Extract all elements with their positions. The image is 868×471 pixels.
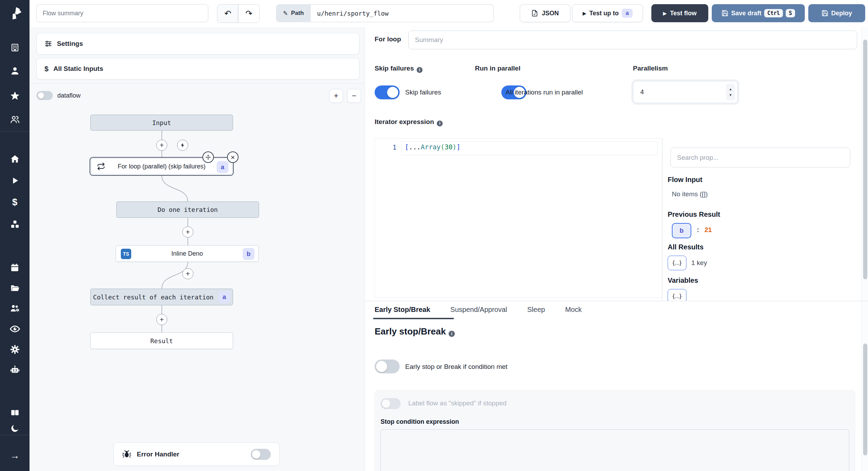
delete-node-button[interactable]: × xyxy=(227,151,239,163)
resources-boxes-icon[interactable] xyxy=(0,217,30,232)
object-icon: {...} xyxy=(673,293,682,300)
node-label: Do one iteration xyxy=(158,206,218,213)
undo-redo-group: ↶ ↷ xyxy=(217,4,260,23)
graph-node-input[interactable]: Input xyxy=(90,115,233,131)
windmill-logo-icon[interactable] xyxy=(0,6,30,21)
folders-icon[interactable] xyxy=(0,280,30,296)
user-icon[interactable] xyxy=(0,63,30,78)
redo-button[interactable]: ↷ xyxy=(238,5,259,23)
json-file-icon xyxy=(531,10,538,17)
info-icon[interactable]: i xyxy=(417,67,423,73)
tab-early-stop-break[interactable]: Early Stop/Break xyxy=(375,306,430,314)
favorites-star-icon[interactable] xyxy=(0,88,30,104)
home-icon[interactable] xyxy=(0,151,30,167)
summary-input[interactable] xyxy=(408,31,857,49)
test-flow-button[interactable]: ▶ Test flow xyxy=(651,4,708,22)
info-icon[interactable]: i xyxy=(437,121,443,126)
test-up-to-step-badge: a xyxy=(622,9,633,18)
active-tab-underline xyxy=(373,318,454,319)
graph-node-inline-deno[interactable]: TS Inline Deno b xyxy=(116,245,259,262)
variables-object-chip[interactable]: {...} xyxy=(668,289,686,301)
error-handler-card[interactable]: Error Handler xyxy=(114,443,279,466)
label-skipped-toggle[interactable] xyxy=(381,398,401,409)
scrollbar-track[interactable] xyxy=(861,301,868,471)
json-button[interactable]: JSON xyxy=(520,4,570,22)
node-label: Input xyxy=(152,119,171,126)
node-label: For loop (parallel) (skip failures) xyxy=(118,163,206,170)
tab-sleep[interactable]: Sleep xyxy=(527,306,545,314)
settings-gear-icon[interactable] xyxy=(0,342,30,357)
expand-arrow-icon[interactable]: → xyxy=(0,448,30,463)
all-static-inputs-card[interactable]: $ All Static Inputs xyxy=(36,58,359,80)
tab-mock[interactable]: Mock xyxy=(565,306,582,314)
skip-failures-toggle[interactable] xyxy=(375,85,400,99)
iterator-expression-title: Iterator expressioni xyxy=(375,118,443,126)
undo-icon: ↶ xyxy=(224,9,231,18)
insert-step-button[interactable]: + xyxy=(156,314,167,325)
runs-play-icon[interactable] xyxy=(0,173,30,188)
trigger-bolt-button[interactable] xyxy=(177,140,188,151)
stop-condition-expression-box[interactable] xyxy=(381,429,849,471)
variables-dollar-icon[interactable]: $ xyxy=(0,195,30,210)
save-icon xyxy=(721,10,728,17)
path-label: Path xyxy=(291,10,304,17)
step-id-badge: a xyxy=(218,291,230,303)
play-icon: ▶ xyxy=(663,11,667,16)
groups-icon[interactable] xyxy=(0,112,30,127)
step-id-badge: b xyxy=(243,248,254,260)
insert-step-button[interactable]: + xyxy=(182,268,193,279)
sidebar-divider xyxy=(0,435,30,435)
stepper-buttons: ▲ ▼ xyxy=(726,84,735,100)
stepper-up-icon[interactable]: ▲ xyxy=(729,87,732,91)
plus-icon: + xyxy=(186,228,190,236)
info-icon[interactable]: i xyxy=(449,331,455,337)
workspace-icon[interactable] xyxy=(0,40,30,55)
schedules-calendar-icon[interactable] xyxy=(0,260,30,275)
zoom-out-button[interactable]: − xyxy=(347,89,361,103)
path-input[interactable] xyxy=(311,4,494,22)
docs-book-icon[interactable] xyxy=(0,405,30,420)
early-stop-toggle[interactable] xyxy=(375,360,400,373)
scrollbar-track[interactable] xyxy=(861,27,868,301)
all-results-object-chip[interactable]: {...} xyxy=(668,256,686,270)
move-node-handle[interactable] xyxy=(202,151,214,163)
tab-suspend-approval[interactable]: Suspend/Approval xyxy=(450,306,507,314)
ai-robot-icon[interactable] xyxy=(0,362,30,378)
flow-summary-input[interactable] xyxy=(36,4,208,22)
tab-bar: Early Stop/Break Suspend/Approval Sleep … xyxy=(375,306,582,314)
audit-logs-eye-icon[interactable] xyxy=(0,321,30,337)
sidebar: $ → xyxy=(0,0,30,471)
test-up-to-button[interactable]: ▶ Test up to a xyxy=(572,4,643,22)
parallelism-input[interactable] xyxy=(633,81,727,103)
plus-icon: + xyxy=(334,91,339,100)
scrollbar-thumb[interactable] xyxy=(863,344,867,455)
undo-button[interactable]: ↶ xyxy=(217,5,238,23)
insert-step-button[interactable]: + xyxy=(156,140,167,151)
error-handler-toggle[interactable] xyxy=(251,449,271,460)
graph-node-result[interactable]: Result xyxy=(90,332,233,349)
settings-card[interactable]: Settings xyxy=(36,33,359,55)
iterator-code-editor[interactable]: 1 [...Array(30)] xyxy=(375,138,662,298)
workers-groups-gear-icon[interactable] xyxy=(0,301,30,316)
zoom-in-button[interactable]: + xyxy=(329,89,343,103)
deploy-button[interactable]: Deploy xyxy=(808,4,865,22)
search-prop-input[interactable] xyxy=(670,148,850,167)
previous-result-key-chip[interactable]: b xyxy=(672,223,691,238)
kbd-s: S xyxy=(786,9,795,17)
save-icon xyxy=(821,10,828,17)
graph-node-do-one-iteration[interactable]: Do one iteration xyxy=(116,201,259,218)
dark-mode-moon-icon[interactable] xyxy=(0,421,30,436)
flow-advanced-pane: Early Stop/Break Suspend/Approval Sleep … xyxy=(365,301,868,471)
plus-icon: + xyxy=(160,315,164,324)
graph-node-collect-result[interactable]: Collect result of each iteration a xyxy=(90,289,233,305)
sliders-icon xyxy=(44,40,52,48)
scrollbar-thumb[interactable] xyxy=(863,40,867,279)
path-label-pill[interactable]: ✎ Path xyxy=(276,4,311,22)
skip-failures-title: Skip failuresi xyxy=(375,65,423,72)
dataflow-toggle[interactable] xyxy=(36,91,53,100)
plus-icon: + xyxy=(160,141,164,149)
colon: : xyxy=(697,226,699,234)
stepper-down-icon[interactable]: ▼ xyxy=(729,93,732,97)
save-draft-button[interactable]: Save draft Ctrl S xyxy=(712,4,805,22)
insert-step-button[interactable]: + xyxy=(182,226,193,238)
